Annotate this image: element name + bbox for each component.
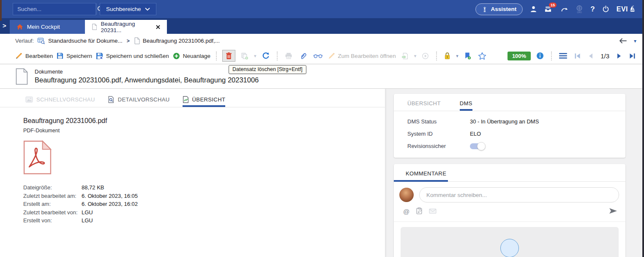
active-tab-underline [394,180,448,182]
tab-dms-uebersicht[interactable]: ÜBERSICHT [407,100,441,111]
send-comment-button[interactable] [609,207,618,216]
side-panel: ÜBERSICHT DMS DMS Status 30 - In Übertra… [385,89,644,257]
export-button [400,51,410,61]
favorite-button[interactable] [476,51,488,61]
tab-label: Beauftragung 20231... [101,21,152,33]
pencil-icon [15,52,22,60]
copy-dropdown-icon[interactable]: ▾ [254,53,257,59]
svg-text:CRO: CRO [577,11,582,14]
bookmark-plus-icon [464,52,471,60]
lock-button[interactable] [442,51,452,61]
tab-mein-cockpit[interactable]: Mein Cockpit [10,20,85,34]
window-right-edge [642,0,644,257]
field-label: DMS Status [407,118,470,125]
detail-row: Zuletzt bearbeitet am:6. Oktober 2023, 1… [23,192,385,200]
global-search[interactable] [13,3,96,15]
attachment-button[interactable] [298,51,308,61]
detail-row: Zuletzt bearbeitet von:LGU [23,208,385,217]
reading-view-button[interactable] [312,52,324,60]
print-button [283,51,294,60]
history-dropdown-icon[interactable]: ▾ [634,38,636,44]
composer-toolbar: @ [394,202,625,221]
paperclip-icon [300,52,306,60]
document-category: Dokumente [35,68,259,75]
note-icon[interactable] [416,208,422,216]
divider [394,221,625,222]
redo-arrow-icon[interactable] [560,6,568,13]
preview-panel: SCHNELLVORSCHAU DETAILVORSCHAU ÜBERSICHT… [0,89,385,257]
tab-label: SCHNELLVORSCHAU [36,96,95,103]
comment-input[interactable] [419,187,619,202]
delete-record-button[interactable] [222,50,235,62]
refresh-button[interactable] [260,51,271,61]
detail-value: 88,72 KB [82,183,104,192]
last-page-button[interactable] [628,52,637,60]
prev-page-button [586,52,595,60]
star-icon [478,52,486,60]
power-icon[interactable] [602,5,609,13]
detail-row: Erstellt am:6. Oktober 2023, 16:02 [23,200,385,208]
toolbar-separator [551,52,552,60]
breadcrumb-item-search[interactable]: Standardsuche für Dokume... [37,37,123,44]
email-icon [429,208,437,215]
inbox-tray-icon[interactable]: 15 [544,5,553,13]
bookmark-add-button[interactable] [462,51,472,61]
assistant-button[interactable]: Assistent [475,3,523,15]
lock-icon [444,52,450,60]
button-label: Speichern und schließen [106,53,169,59]
brand-logo: EVI [617,5,636,13]
search-input[interactable] [13,6,96,12]
tab-label: Mein Cockpit [27,24,60,30]
document-header: Dokumente Beauftragung 20231006.pdf, Anw… [0,64,644,89]
avatar[interactable] [399,188,414,202]
zoom-level-badge[interactable]: 100% [508,52,531,60]
detail-row: Dateigröße:88,72 KB [23,183,385,192]
detail-value: LGU [82,216,93,225]
file-title: Beauftragung 20231006.pdf [23,117,385,125]
tab-dms[interactable]: DMS [460,100,472,111]
save-and-close-button[interactable]: Speichern und schließen [96,52,169,60]
close-icon[interactable] [156,25,160,29]
delete-tooltip: Datensatz löschen [Strg+Entf] [229,65,306,74]
detail-label: Erstellt am: [23,200,82,208]
tab-detailvorschau[interactable]: DETAILVORSCHAU [108,96,170,107]
revisionssicher-toggle[interactable] [470,143,484,149]
tab-bar: > Mein Cockpit Beauftragung 20231... [0,18,644,34]
tab-overflow-chevron[interactable]: > [2,22,10,30]
file-type: PDF-Dokument [23,128,385,134]
detail-preview-icon [108,96,115,103]
menu-button[interactable] [557,52,569,60]
user-icon[interactable] [530,5,537,13]
empty-state-illustration [500,239,519,257]
edit-button[interactable]: Bearbeiten [15,52,53,60]
next-page-button[interactable] [615,52,624,60]
mention-icon[interactable]: @ [403,208,409,215]
save-button[interactable]: Speichern [57,52,92,59]
info-button[interactable] [535,51,546,61]
open-for-edit-button: Zum Bearbeiten öffnen [328,52,396,60]
first-page-button [573,52,582,60]
history-circle-icon [422,52,429,60]
info-icon [536,52,544,60]
help-icon[interactable]: ? [590,5,595,14]
breadcrumb-item-document[interactable]: Beauftragung 20231006.pdf,... [134,37,220,44]
detail-label: Dateigröße: [23,183,82,192]
comments-tab-bar: KOMMENTARE [394,164,625,182]
new-record-button[interactable]: Neuanlage [173,52,210,60]
document-large-icon [15,68,28,85]
search-scopes-button[interactable]: Suchbereiche [100,3,156,15]
lock-dropdown-icon[interactable]: ▾ [456,53,458,59]
printer-icon [285,52,292,59]
window-edge-sliver [0,0,2,21]
detail-label: Zuletzt bearbeitet von: [23,208,82,217]
copy-record-button[interactable] [239,51,250,61]
history-back-icon[interactable] [619,38,627,44]
floppy-icon [57,52,63,59]
pdf-thumbnail[interactable] [23,140,385,176]
page-indicator: 1/3 [599,52,611,60]
tab-uebersicht[interactable]: ÜBERSICHT [183,96,226,107]
detail-label: Zuletzt bearbeitet am: [23,192,82,200]
breadcrumb: Verlauf: Standardsuche für Dokume... > B… [0,34,644,48]
detail-row: Erstellt von:LGU [23,216,385,225]
tab-document[interactable]: Beauftragung 20231... [85,20,167,34]
